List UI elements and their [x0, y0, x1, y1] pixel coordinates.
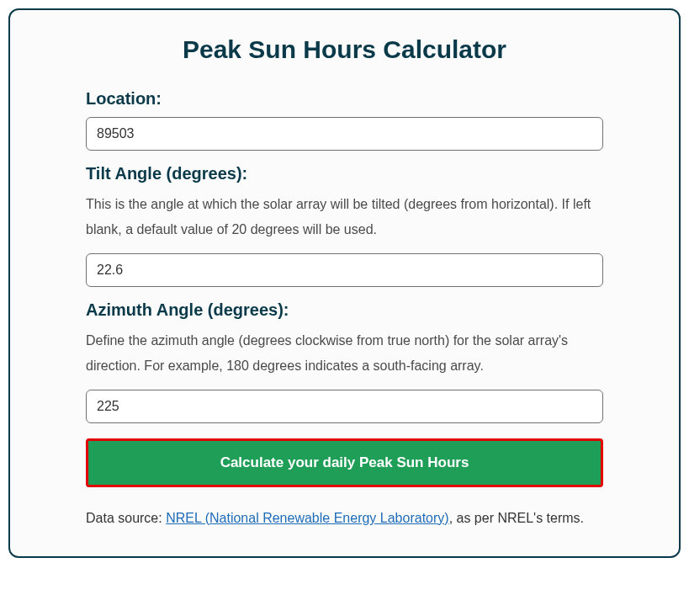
- calculate-button[interactable]: Calculate your daily Peak Sun Hours: [88, 441, 601, 485]
- azimuth-group: Azimuth Angle (degrees): Define the azim…: [86, 300, 603, 423]
- nrel-link[interactable]: NREL (National Renewable Energy Laborato…: [166, 511, 448, 525]
- tilt-label: Tilt Angle (degrees):: [86, 164, 603, 183]
- page-title: Peak Sun Hours Calculator: [86, 35, 603, 64]
- azimuth-label: Azimuth Angle (degrees):: [86, 300, 603, 320]
- azimuth-helper: Define the azimuth angle (degrees clockw…: [86, 328, 603, 380]
- location-input[interactable]: [86, 117, 603, 151]
- location-label: Location:: [86, 89, 603, 109]
- calculator-card: Peak Sun Hours Calculator Location: Tilt…: [8, 8, 681, 558]
- button-highlight-box: Calculate your daily Peak Sun Hours: [86, 438, 603, 487]
- data-source-text: Data source: NREL (National Renewable En…: [86, 506, 603, 531]
- tilt-input[interactable]: [86, 253, 603, 287]
- azimuth-input[interactable]: [86, 390, 603, 423]
- footer-prefix: Data source:: [86, 511, 166, 525]
- tilt-helper: This is the angle at which the solar arr…: [86, 192, 603, 243]
- footer-suffix: , as per NREL's terms.: [449, 511, 584, 525]
- location-group: Location:: [86, 89, 603, 151]
- tilt-group: Tilt Angle (degrees): This is the angle …: [86, 164, 603, 287]
